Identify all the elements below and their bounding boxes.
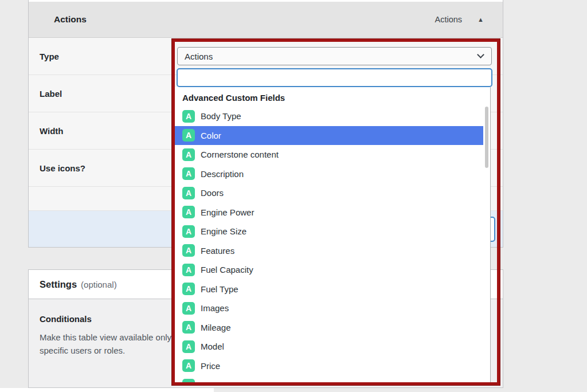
acf-field-icon: A [182, 187, 195, 199]
acf-field-icon: A [182, 379, 195, 382]
row-label-label: Label [40, 89, 62, 99]
acf-field-icon: A [182, 244, 195, 257]
list-item-label: Cornerstone content [201, 150, 279, 159]
list-item-fuel-capacity[interactable]: A Fuel Capacity [175, 260, 483, 280]
list-item-body-type[interactable]: A Body Type [175, 107, 483, 126]
acf-field-icon: A [182, 225, 195, 238]
list-item-label: Features [201, 246, 234, 256]
list-item-fuel-type[interactable]: A Fuel Type [175, 280, 483, 299]
acf-field-icon: A [182, 206, 195, 218]
list-item-features[interactable]: A Features [175, 241, 483, 261]
list-item-label: Fuel Capacity [201, 265, 253, 275]
dropdown-group-label: Advanced Custom Fields [175, 87, 490, 107]
postbox-title: Actions [54, 14, 87, 25]
list-item-seats[interactable]: A Seats [175, 375, 483, 382]
type-select-combobox[interactable]: Actions [177, 47, 492, 65]
collapse-up-triangle-icon[interactable]: ▲ [478, 17, 484, 23]
list-item-engine-size[interactable]: A Engine Size [175, 222, 483, 241]
list-item-images[interactable]: A Images [175, 299, 483, 318]
postbox-toggle-label: Actions [435, 15, 463, 24]
list-item-label: Color [201, 131, 221, 140]
bottom-white-band [0, 388, 214, 392]
acf-field-icon: A [182, 302, 195, 315]
acf-field-icon: A [182, 359, 195, 372]
acf-field-icon: A [182, 264, 195, 276]
acf-field-icon: A [182, 321, 195, 334]
list-item-label: Engine Power [201, 207, 254, 217]
scrollbar-thumb[interactable] [485, 107, 488, 168]
list-item-label: Mileage [201, 323, 231, 332]
list-item-label: Images [201, 303, 229, 313]
list-item-price[interactable]: A Price [175, 356, 483, 376]
acf-field-icon: A [182, 129, 195, 142]
settings-title: Settings [40, 279, 77, 290]
acf-field-icon: A [182, 340, 195, 353]
postbox-header[interactable]: Actions Actions ▲ [29, 2, 503, 38]
list-item-cornerstone-content[interactable]: A Cornerstone content [175, 145, 483, 164]
list-item-model[interactable]: A Model [175, 337, 483, 356]
list-item-engine-power[interactable]: A Engine Power [175, 203, 483, 222]
list-item-label: Doors [201, 188, 224, 198]
list-item-label: Fuel Type [201, 284, 238, 294]
list-item-label: Description [201, 169, 244, 179]
settings-optional-suffix: (optional) [81, 280, 117, 289]
dropdown-search-input[interactable] [177, 68, 492, 87]
list-item-description[interactable]: A Description [175, 164, 483, 184]
list-item-mileage[interactable]: A Mileage [175, 318, 483, 338]
postbox-header-right: Actions ▲ [435, 15, 484, 24]
row-label-type: Type [40, 52, 59, 61]
list-item-color-selected[interactable]: A Color [175, 126, 483, 146]
list-item-label: Price [201, 361, 220, 371]
highlight-annotation-box: Actions Advanced Custom Fields A Body Ty… [172, 39, 500, 385]
acf-field-icon: A [182, 167, 195, 180]
list-item-label: Model [201, 342, 224, 351]
type-select-value: Actions [185, 52, 213, 61]
acf-field-icon: A [182, 148, 195, 161]
row-label-use-icons: Use icons? [40, 163, 85, 173]
row-label-width: Width [40, 126, 64, 136]
acf-field-icon: A [182, 110, 195, 123]
acf-field-icon: A [182, 283, 195, 295]
list-item-doors[interactable]: A Doors [175, 183, 483, 203]
list-item-label: Engine Size [201, 226, 246, 236]
list-item-label: Seats [201, 380, 222, 382]
list-item-label: Body Type [201, 111, 241, 121]
chevron-down-icon [477, 51, 484, 58]
dropdown-results-list: Advanced Custom Fields A Body Type A Col… [175, 87, 491, 382]
